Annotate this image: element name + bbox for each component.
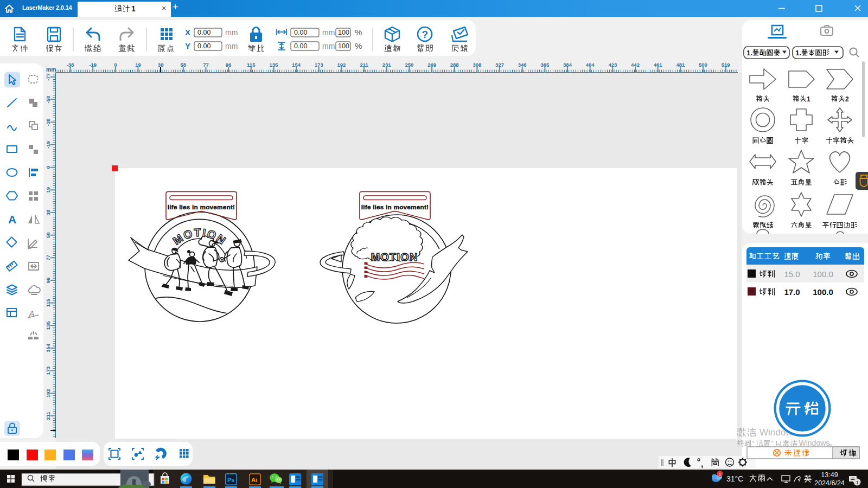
svg-text:192: 192: [46, 389, 51, 397]
svg-text:Ai: Ai: [251, 477, 257, 483]
svg-text:1: 1: [856, 479, 859, 485]
svg-text:100.0: 100.0: [813, 287, 833, 297]
svg-text:Ps: Ps: [227, 477, 234, 483]
svg-text:211: 211: [46, 412, 51, 420]
svg-text:31°C: 31°C: [726, 474, 743, 483]
svg-text:1.: 1.: [795, 49, 801, 57]
svg-text:15.0: 15.0: [784, 269, 800, 279]
svg-text:135: 135: [46, 321, 51, 330]
svg-text:13:49: 13:49: [821, 471, 838, 479]
svg-text:2: 2: [845, 95, 849, 103]
svg-text:173: 173: [46, 367, 51, 375]
svg-text:100.0: 100.0: [813, 269, 833, 279]
svg-text:1: 1: [807, 95, 810, 103]
svg-text:154: 154: [46, 343, 51, 352]
svg-text:1.: 1.: [746, 49, 752, 57]
svg-text:2024/6/24: 2024/6/24: [814, 479, 845, 487]
svg-text:17.0: 17.0: [784, 287, 800, 297]
svg-text:,: ,: [701, 459, 703, 468]
svg-text:1: 1: [719, 472, 722, 477]
